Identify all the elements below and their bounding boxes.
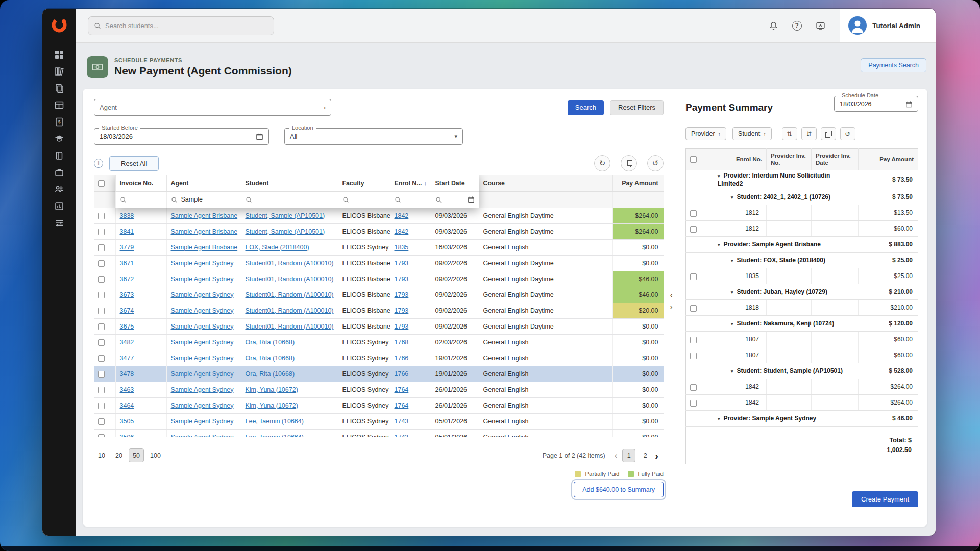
grid-row[interactable]: 3482Sample Agent SydneyOra, Rita (10668)… bbox=[94, 334, 664, 350]
summary-detail-row[interactable]: 1842$264.00 bbox=[686, 379, 918, 395]
grid-row[interactable]: 3477Sample Agent SydneyOra, Rita (10668)… bbox=[94, 350, 664, 366]
copy-grid-icon[interactable] bbox=[621, 155, 637, 171]
agent-link[interactable]: Sample Agent Sydney bbox=[171, 291, 234, 298]
dashboard-icon[interactable] bbox=[49, 46, 69, 63]
summary-row-checkbox[interactable] bbox=[690, 210, 697, 217]
agent-link[interactable]: Sample Agent Brisbane bbox=[171, 228, 238, 235]
summary-provider-inv-date-cell[interactable] bbox=[812, 379, 859, 395]
row-checkbox[interactable] bbox=[98, 387, 105, 393]
summary-select-all-checkbox[interactable] bbox=[690, 156, 697, 163]
summary-select-all[interactable] bbox=[686, 149, 706, 170]
collapse-caret-icon[interactable]: ▾ bbox=[718, 416, 720, 421]
row-checkbox[interactable] bbox=[98, 323, 105, 330]
col-pay-amount[interactable]: Pay Amount bbox=[612, 175, 664, 191]
student-link[interactable]: Ora, Rita (10668) bbox=[246, 370, 295, 378]
col-course[interactable]: Course bbox=[479, 175, 612, 191]
summary-provider-inv-date-cell[interactable] bbox=[812, 347, 859, 363]
reports-icon[interactable] bbox=[49, 197, 69, 214]
invoice-link[interactable]: 3482 bbox=[120, 339, 134, 346]
collapse-caret-icon[interactable]: ▾ bbox=[731, 369, 733, 374]
agent-link[interactable]: Sample Agent Sydney bbox=[171, 323, 234, 330]
summary-detail-row[interactable]: 1818$210.00 bbox=[686, 300, 918, 316]
collapse-caret-icon[interactable]: ▾ bbox=[718, 173, 720, 179]
invoice-link[interactable]: 3464 bbox=[120, 402, 134, 409]
student-link[interactable]: Student01, Random (A100010) bbox=[246, 260, 334, 267]
summary-provider-inv-date-cell[interactable] bbox=[812, 268, 859, 284]
agent-link[interactable]: Sample Agent Sydney bbox=[171, 276, 234, 283]
collapse-all-icon[interactable]: ⇅ bbox=[801, 127, 817, 140]
summary-provider-inv-no-cell[interactable] bbox=[767, 300, 812, 316]
row-checkbox[interactable] bbox=[98, 403, 105, 409]
row-checkbox[interactable] bbox=[98, 229, 105, 235]
col-start-date[interactable]: Start Date bbox=[431, 175, 479, 191]
student-link[interactable]: Student, Sample (AP10501) bbox=[246, 228, 325, 235]
row-checkbox[interactable] bbox=[98, 308, 105, 314]
settings-sliders-icon[interactable] bbox=[49, 214, 69, 231]
prev-page-icon[interactable]: ‹ bbox=[615, 451, 618, 460]
invoice-link[interactable]: 3478 bbox=[120, 370, 134, 378]
summary-detail-row[interactable]: 1807$60.00 bbox=[686, 347, 918, 363]
summary-detail-row[interactable]: 1807$60.00 bbox=[686, 332, 918, 347]
create-payment-button[interactable]: Create Payment bbox=[852, 491, 918, 507]
invoice-link[interactable]: 3506 bbox=[120, 434, 134, 438]
help-icon[interactable]: ? bbox=[788, 17, 805, 34]
grid-row[interactable]: 3463Sample Agent SydneyKim, Yuna (10672)… bbox=[94, 382, 664, 397]
calendar-icon[interactable] bbox=[905, 101, 913, 108]
student-link[interactable]: Ora, Rita (10668) bbox=[246, 339, 295, 346]
invoice-link[interactable]: 3505 bbox=[120, 418, 134, 425]
summary-provider-inv-no-cell[interactable] bbox=[767, 379, 812, 395]
invoice-link[interactable]: 3838 bbox=[120, 212, 134, 219]
col-faculty[interactable]: Faculty bbox=[338, 175, 390, 191]
enrol-link[interactable]: 1743 bbox=[395, 418, 409, 425]
search-button[interactable]: Search bbox=[568, 100, 604, 115]
grid-row[interactable]: 3671Sample Agent SydneyStudent01, Random… bbox=[94, 255, 664, 271]
student-link[interactable]: Lee, Taemin (10664) bbox=[246, 418, 304, 425]
reset-filters-button[interactable]: Reset Filters bbox=[610, 100, 664, 115]
student-link[interactable]: Student01, Random (A100010) bbox=[246, 276, 334, 283]
select-all-header[interactable] bbox=[94, 175, 115, 191]
agent-link[interactable]: Sample Agent Sydney bbox=[171, 339, 234, 346]
grid-row[interactable]: 3779Sample Agent BrisbaneFOX, Slade (201… bbox=[94, 239, 664, 255]
summary-detail-row[interactable]: 1835$25.00 bbox=[686, 268, 918, 284]
agent-link[interactable]: Sample Agent Sydney bbox=[171, 355, 234, 362]
agent-link[interactable]: Sample Agent Sydney bbox=[171, 370, 234, 378]
grid-row[interactable]: 3506Sample Agent SydneyLee, Taemin (1066… bbox=[94, 429, 664, 437]
invoice-link[interactable]: 3674 bbox=[120, 307, 134, 314]
page-size-20[interactable]: 20 bbox=[111, 448, 127, 462]
agent-link[interactable]: Sample Agent Brisbane bbox=[171, 244, 238, 251]
summary-provider-inv-no-cell[interactable] bbox=[767, 347, 812, 363]
row-checkbox[interactable] bbox=[98, 292, 105, 298]
summary-provider-inv-no-cell[interactable] bbox=[767, 221, 812, 237]
row-checkbox[interactable] bbox=[98, 355, 105, 362]
student-link[interactable]: Student01, Random (A100010) bbox=[246, 323, 334, 330]
enrol-link[interactable]: 1768 bbox=[395, 339, 409, 346]
calendar-icon[interactable] bbox=[256, 133, 263, 140]
collapse-caret-icon[interactable]: ▾ bbox=[731, 290, 733, 295]
row-checkbox[interactable] bbox=[98, 213, 105, 219]
agent-link[interactable]: Sample Agent Brisbane bbox=[171, 212, 238, 219]
row-checkbox[interactable] bbox=[98, 276, 105, 283]
student-link[interactable]: Ora, Rita (10668) bbox=[246, 355, 295, 362]
enrol-link[interactable]: 1764 bbox=[395, 386, 409, 393]
refresh-icon[interactable]: ↻ bbox=[594, 155, 610, 171]
grid-row[interactable]: 3841Sample Agent BrisbaneStudent, Sample… bbox=[94, 223, 664, 239]
enrol-link[interactable]: 1835 bbox=[395, 244, 409, 251]
enrol-link[interactable]: 1793 bbox=[395, 260, 409, 267]
summary-provider-inv-date-cell[interactable] bbox=[812, 332, 859, 347]
enrol-link[interactable]: 1842 bbox=[395, 228, 409, 235]
summary-student-group-row[interactable]: ▾Student: 2402_1, 2402_1 (10726)$ 73.50 bbox=[686, 189, 918, 205]
agent-link[interactable]: Sample Agent Sydney bbox=[171, 386, 234, 393]
invoice-link[interactable]: 3477 bbox=[120, 355, 134, 362]
enrol-link[interactable]: 1793 bbox=[395, 323, 409, 330]
expand-all-icon[interactable]: ⇅ bbox=[782, 127, 797, 140]
agents-icon[interactable] bbox=[49, 181, 69, 197]
app-logo-icon[interactable] bbox=[50, 15, 69, 35]
student-link[interactable]: Kim, Yuna (10672) bbox=[246, 386, 298, 393]
grid-row[interactable]: 3672Sample Agent SydneyStudent01, Random… bbox=[94, 271, 664, 287]
student-link[interactable]: FOX, Slade (2018400) bbox=[246, 244, 309, 251]
group-by-student-chip[interactable]: Student↑ bbox=[732, 127, 772, 140]
summary-student-group-row[interactable]: ▾Student: Nakamura, Kenji (10724)$ 120.0… bbox=[686, 316, 918, 332]
schedule-date-field[interactable]: Schedule Date 18/03/2026 bbox=[834, 96, 918, 112]
summary-provider-inv-no-cell[interactable] bbox=[767, 395, 812, 411]
panel-resize-handles[interactable]: ‹› bbox=[670, 292, 672, 310]
